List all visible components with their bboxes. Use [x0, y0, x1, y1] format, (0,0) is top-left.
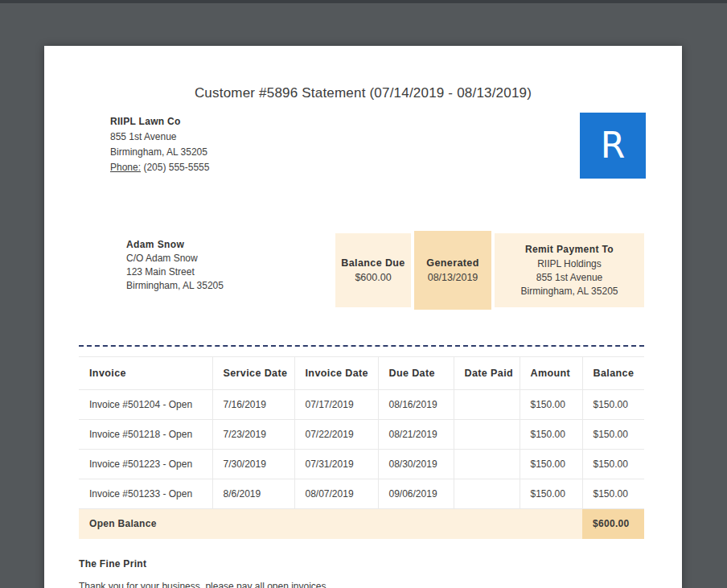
- cell-invoice: Invoice #501204 - Open: [79, 390, 212, 420]
- cell-due-date: 08/16/2019: [378, 390, 454, 420]
- table-row: Invoice #501218 - Open 7/23/2019 07/22/2…: [79, 420, 644, 450]
- column-header-balance: Balance: [582, 357, 644, 390]
- balance-due-value: $600.00: [335, 272, 411, 283]
- cell-invoice: Invoice #501233 - Open: [79, 479, 212, 509]
- balance-due-box: Balance Due $600.00: [335, 233, 411, 307]
- cell-invoice-date: 07/17/2019: [294, 390, 378, 420]
- column-header-invoice: Invoice: [79, 357, 212, 390]
- remit-payment-box: Remit Payment To RIIPL Holdings 855 1st …: [495, 233, 644, 307]
- cell-balance: $150.00: [582, 420, 644, 450]
- cell-service-date: 7/30/2019: [212, 450, 294, 479]
- generated-value: 08/13/2019: [414, 272, 491, 283]
- customer-street: 123 Main Street: [126, 265, 224, 279]
- column-header-due-date: Due Date: [378, 357, 454, 390]
- cell-amount: $150.00: [520, 390, 582, 420]
- open-balance-total: $600.00: [582, 509, 644, 539]
- remit-name: RIIPL Holdings: [495, 257, 644, 271]
- cell-date-paid: [454, 420, 520, 450]
- column-header-service-date: Service Date: [212, 357, 294, 390]
- column-header-invoice-date: Invoice Date: [294, 357, 378, 390]
- cell-balance: $150.00: [582, 450, 644, 479]
- cell-invoice: Invoice #501218 - Open: [79, 420, 212, 450]
- table-row: Invoice #501204 - Open 7/16/2019 07/17/2…: [79, 390, 644, 420]
- fine-print-text: Thank you for your business, please pay …: [79, 581, 329, 588]
- customer-address-block: Adam Snow C/O Adam Snow 123 Main Street …: [126, 238, 224, 293]
- cell-due-date: 08/21/2019: [378, 420, 454, 450]
- cell-balance: $150.00: [582, 479, 644, 509]
- company-name: RIIPL Lawn Co: [110, 114, 209, 130]
- phone-number: (205) 555-5555: [141, 162, 209, 173]
- table-row: Invoice #501223 - Open 7/30/2019 07/31/2…: [79, 450, 644, 479]
- logo-letter-icon: R: [601, 128, 626, 163]
- remit-label: Remit Payment To: [495, 243, 644, 257]
- company-address-line1: 855 1st Avenue: [110, 130, 209, 145]
- generated-label: Generated: [414, 257, 491, 269]
- balance-due-label: Balance Due: [335, 257, 411, 269]
- cell-amount: $150.00: [520, 420, 582, 450]
- remit-city-state-zip: Birmingham, AL 35205: [495, 285, 644, 298]
- table-header-row: Invoice Service Date Invoice Date Due Da…: [79, 357, 644, 390]
- statement-summary-bar: Balance Due $600.00 Generated 08/13/2019…: [335, 231, 644, 310]
- cell-invoice-date: 08/07/2019: [294, 479, 378, 509]
- invoice-table: Invoice Service Date Invoice Date Due Da…: [79, 356, 644, 539]
- viewer-top-strip: [0, 0, 727, 3]
- cell-invoice-date: 07/31/2019: [294, 450, 378, 479]
- cell-balance: $150.00: [582, 390, 644, 420]
- cell-invoice: Invoice #501223 - Open: [79, 450, 212, 479]
- company-logo: R: [580, 113, 646, 179]
- cell-amount: $150.00: [520, 450, 582, 479]
- dashed-divider: [79, 345, 644, 347]
- cell-service-date: 7/16/2019: [212, 390, 294, 420]
- cell-invoice-date: 07/22/2019: [294, 420, 378, 450]
- cell-due-date: 09/06/2019: [378, 479, 454, 509]
- phone-label: Phone:: [110, 162, 141, 173]
- company-address-block: RIIPL Lawn Co 855 1st Avenue Birmingham,…: [110, 114, 209, 175]
- statement-title: Customer #5896 Statement (07/14/2019 - 0…: [44, 85, 682, 101]
- fine-print-heading: The Fine Print: [79, 558, 146, 569]
- open-balance-label: Open Balance: [79, 509, 582, 539]
- customer-city-state-zip: Birmingham, AL 35205: [126, 279, 224, 293]
- table-row: Invoice #501233 - Open 8/6/2019 08/07/20…: [79, 479, 644, 509]
- statement-page: Customer #5896 Statement (07/14/2019 - 0…: [44, 46, 682, 588]
- column-header-amount: Amount: [520, 357, 582, 390]
- cell-date-paid: [454, 390, 520, 420]
- cell-service-date: 8/6/2019: [212, 479, 294, 509]
- company-address-line2: Birmingham, AL 35205: [110, 145, 209, 160]
- cell-amount: $150.00: [520, 479, 582, 509]
- company-phone: Phone: (205) 555-5555: [110, 160, 209, 175]
- cell-due-date: 08/30/2019: [378, 450, 454, 479]
- cell-date-paid: [454, 450, 520, 479]
- cell-date-paid: [454, 479, 520, 509]
- customer-name: Adam Snow: [126, 238, 224, 252]
- column-header-date-paid: Date Paid: [454, 357, 520, 390]
- generated-date-box: Generated 08/13/2019: [414, 231, 491, 310]
- open-balance-row: Open Balance $600.00: [79, 509, 644, 539]
- customer-care-of: C/O Adam Snow: [126, 252, 224, 265]
- cell-service-date: 7/23/2019: [212, 420, 294, 450]
- remit-street: 855 1st Avenue: [495, 271, 644, 285]
